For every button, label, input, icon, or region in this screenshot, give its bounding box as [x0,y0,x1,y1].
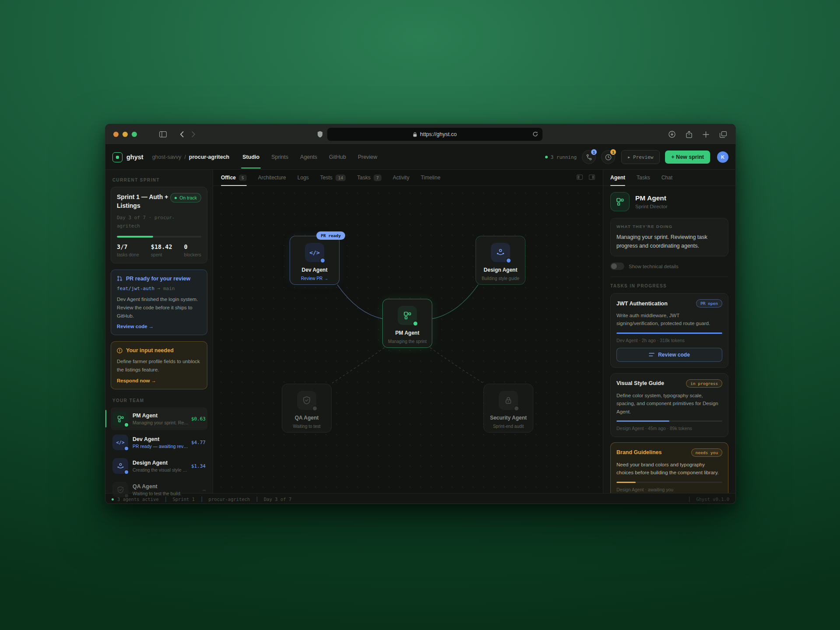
sprint-title: Sprint 1 — Auth + Listings [117,193,170,210]
review-pr-link[interactable]: Review PR → [301,276,328,281]
url-text: https://ghyst.co [420,131,457,137]
canvas-node-dev-agent[interactable]: PR ready </> Dev Agent Review PR → [290,236,340,285]
tab-architecture[interactable]: Architecture [258,170,286,186]
history-button[interactable]: 1 [601,150,615,164]
pm-grid-icon [117,415,124,423]
pr-review-card: PR ready for your review feat/jwt-auth →… [111,270,207,336]
stat-tasks-done: 3/7tasks done [117,243,139,257]
agent-header: PM Agent Sprint Director [610,192,728,211]
nav-preview[interactable]: Preview [358,154,377,160]
task-card-visual-style-guide: Visual Style Guide in progress Define co… [610,373,728,437]
toggle-left-panel-icon[interactable] [577,174,583,182]
pr-ready-badge: PR ready [316,231,345,240]
nav-studio[interactable]: Studio [242,154,259,160]
sprint-subtitle: Day 3 of 7 · procur-agritech [117,214,182,230]
pr-open-badge: PR open [696,299,722,308]
task-meta: Design Agent · awaiting you [616,487,722,492]
toggle-right-panel-icon[interactable] [589,174,595,182]
tab-activity[interactable]: Activity [393,170,410,186]
back-icon[interactable] [180,131,184,137]
lock-icon [413,132,417,137]
task-meta: Design Agent · 45m ago · 89k tokens [616,426,722,431]
preview-button[interactable]: ▶ Preview [621,150,660,164]
new-tab-icon[interactable] [703,131,709,138]
lock-icon [499,391,518,410]
task-card-jwt-authentication: JWT Authentication PR open Write auth mi… [610,293,728,368]
shield-icon[interactable] [317,131,323,138]
agent-detail-panel: Agent Tasks Chat PM Agent Sprint Directo… [603,170,735,493]
input-needed-card: Your input needed Define farmer profile … [111,341,207,389]
canvas-node-qa-agent[interactable]: QA Agent Waiting to test [282,384,332,433]
agent-cost: $4.77 [191,440,206,445]
user-avatar[interactable]: K [717,151,728,163]
git-branch-icon [586,154,592,161]
tab-logs[interactable]: Logs [298,170,309,186]
team-row-qa-agent[interactable]: QA AgentWaiting to test the build. — [111,478,207,501]
reload-icon[interactable] [532,131,538,138]
code-icon: </> [305,243,324,262]
panel-tab-bar: Agent Tasks Chat [603,170,735,186]
tab-tasks[interactable]: Tasks7 [357,170,381,186]
tab-office[interactable]: Office5 [221,170,247,186]
url-bar[interactable]: https://ghyst.co [327,128,542,141]
input-card-body: Define farmer profile fields to unblock … [117,357,201,374]
agent-cost: $1.34 [191,463,206,469]
minimize-window-button[interactable] [122,132,128,137]
browser-chrome: https://ghyst.co [105,124,735,145]
panel-tab-agent[interactable]: Agent [610,170,625,186]
pr-branch-line: feat/jwt-auth → main [117,286,201,291]
sprint-status-badge: On track [170,193,201,203]
tab-overview-icon[interactable] [720,131,727,138]
team-row-pm-agent[interactable]: PM AgentManaging your sprint. Revie… $0.… [111,407,207,430]
team-row-security-agent[interactable]: Security AgentRuns end-of-sprint audit. … [111,502,207,504]
canvas-node-pm-agent[interactable]: PM Agent Managing the sprint [382,299,432,348]
nav-github[interactable]: GitHub [329,154,346,160]
panel-tab-tasks[interactable]: Tasks [637,170,650,186]
breadcrumb: ghost-savvy / procur-agritech [152,154,230,160]
desktop-background: https://ghyst.co ghyst [0,0,840,630]
nav-agents[interactable]: Agents [300,154,317,160]
tab-timeline[interactable]: Timeline [421,170,441,186]
sprint-progress-bar [117,236,201,238]
breadcrumb-org[interactable]: ghost-savvy [152,154,182,160]
running-dot-icon [545,156,548,158]
close-window-button[interactable] [113,132,119,137]
forward-icon[interactable] [192,131,196,137]
diff-icon [649,352,654,357]
breadcrumb-project[interactable]: procur-agritech [189,154,229,160]
play-icon: ▶ [628,155,630,159]
status-version: │ Ghyst v0.1.0 [688,497,729,502]
review-code-button[interactable]: Review code [616,348,722,362]
respond-now-link[interactable]: Respond now → [117,378,201,383]
needs-you-badge: needs you [691,448,722,457]
share-icon[interactable] [686,131,692,138]
review-code-link[interactable]: Review code → [117,324,201,329]
office-canvas[interactable]: PR ready </> Dev Agent Review PR → Desig… [213,186,603,493]
tab-tests[interactable]: Tests14 [320,170,346,186]
sprint-card: Sprint 1 — Auth + Listings On track Day … [111,187,207,263]
task-progress-bar [616,332,722,334]
new-sprint-button[interactable]: + New sprint [665,150,710,164]
team-row-design-agent[interactable]: Design AgentCreating the visual style gu… [111,455,207,477]
in-progress-badge: in progress [686,379,722,388]
canvas-node-design-agent[interactable]: Design Agent Building style guide [476,236,525,285]
branch-activity-button[interactable]: 1 [582,150,596,164]
task-card-brand-guidelines: Brand Guidelines needs you Need your bra… [610,442,728,493]
shield-check-icon [117,486,124,494]
team-row-dev-agent[interactable]: </> Dev AgentPR ready — awaiting review … [111,431,207,454]
panel-tab-chat[interactable]: Chat [662,170,672,186]
zoom-window-button[interactable] [132,132,137,137]
alert-icon [117,348,122,354]
ghyst-logo-icon[interactable] [112,152,122,162]
your-team-label: YOUR TEAM [112,398,206,403]
downloads-icon[interactable] [668,131,676,138]
canvas-node-security-agent[interactable]: Security Agent Sprint-end audit [483,384,533,433]
nav-sprints[interactable]: Sprints [271,154,288,160]
technical-details-toggle[interactable] [610,262,624,270]
app-header: ghyst ghost-savvy / procur-agritech Stud… [105,145,735,170]
agent-name: PM Agent [635,194,668,202]
toggle-label: Show technical details [629,264,679,269]
sidebar-toggle-icon[interactable] [159,131,167,137]
canvas-tab-bar: Office5 Architecture Logs Tests14 Tasks7… [213,170,603,186]
pull-request-icon [117,276,122,281]
